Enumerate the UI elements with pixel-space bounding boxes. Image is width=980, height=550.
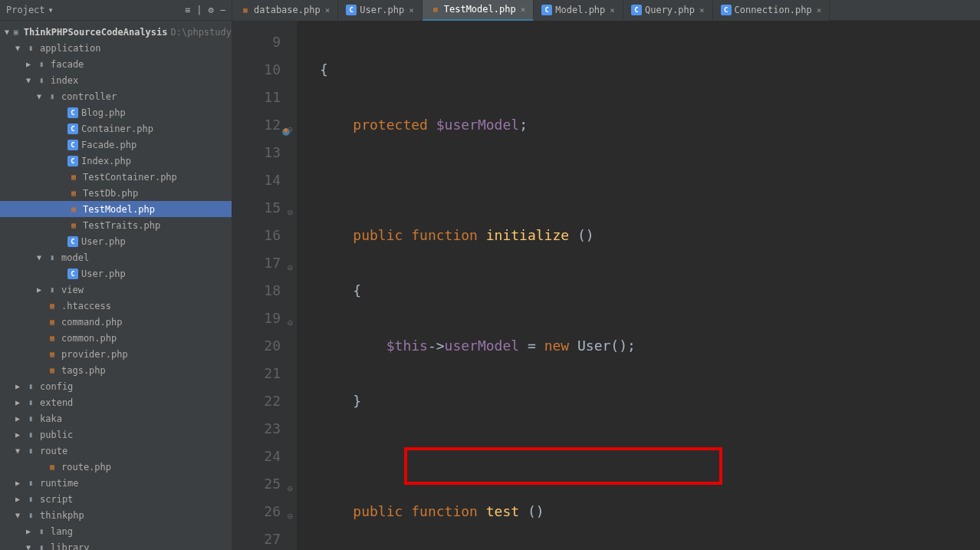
- tree-item-common-php[interactable]: ▦common.php: [0, 330, 232, 346]
- tree-item-label: tags.php: [61, 365, 106, 376]
- tree-item-label: facade: [51, 59, 84, 70]
- tree-item-testmodel-php[interactable]: ▦TestModel.php: [0, 201, 232, 217]
- folder-icon: ▮: [25, 429, 37, 441]
- chevron-icon: ▶: [15, 495, 25, 503]
- folder-icon: ▮: [25, 509, 37, 522]
- function-name: test: [486, 503, 519, 519]
- tab-label: Connection.php: [735, 5, 812, 15]
- tree-item-provider-php[interactable]: ▦provider.php: [0, 346, 232, 362]
- tree-item-extend[interactable]: ▶▮extend: [0, 394, 232, 410]
- tree-item-index-php[interactable]: CIndex.php: [0, 153, 232, 169]
- close-icon[interactable]: ×: [699, 5, 705, 15]
- tree-item-testtraits-php[interactable]: ▦TestTraits.php: [0, 217, 232, 233]
- tree-item-label: route: [40, 446, 67, 456]
- folder-icon: ▮: [35, 542, 48, 551]
- tree-item-route-php[interactable]: ▦route.php: [0, 459, 232, 475]
- file-icon: ▦: [240, 5, 251, 15]
- line-number: 11: [264, 89, 281, 105]
- close-icon[interactable]: ×: [817, 5, 822, 15]
- tree-item-kaka[interactable]: ▶▮kaka: [0, 410, 232, 426]
- line-number: 12: [264, 117, 281, 133]
- chevron-icon: ▼: [15, 44, 25, 52]
- project-label: Project: [6, 5, 45, 15]
- tree-item-container-php[interactable]: CContainer.php: [0, 120, 232, 137]
- this-variable: $this: [386, 338, 428, 354]
- tree-item-config[interactable]: ▶▮config: [0, 378, 232, 394]
- tree-item-facade[interactable]: ▶▮facade: [0, 56, 232, 72]
- tab-connection-php[interactable]: CConnection.php×: [713, 0, 830, 21]
- tree-item-tags-php[interactable]: ▦tags.php: [0, 362, 232, 378]
- folder-icon: ▮: [25, 445, 37, 457]
- code-area[interactable]: { protected $userModel; public function …: [297, 21, 980, 550]
- fold-icon[interactable]: ⊖: [288, 116, 293, 143]
- tab-user-php[interactable]: CUser.php×: [338, 0, 422, 21]
- tree-item-label: Index.php: [81, 156, 131, 166]
- php-class-icon: C: [67, 236, 78, 247]
- project-tree[interactable]: ▼ ▣ ThinkPHPSourceCodeAnalysis D:\phpstu…: [0, 21, 232, 550]
- tree-item-application[interactable]: ▼▮application: [0, 40, 232, 56]
- tree-item-command-php[interactable]: ▦command.php: [0, 314, 232, 330]
- line-number: 13: [264, 144, 281, 160]
- line-number: 14: [264, 172, 281, 188]
- php-file-icon: ▦: [46, 316, 58, 328]
- tree-item-thinkphp[interactable]: ▼▮thinkphp: [0, 507, 232, 523]
- tree-item-lang[interactable]: ▶▮lang: [0, 523, 232, 539]
- tree-item-library[interactable]: ▼▮library: [0, 539, 232, 550]
- tree-item-model[interactable]: ▼▮model: [0, 249, 232, 265]
- tree-item-label: User.php: [81, 268, 126, 279]
- line-number: 19: [264, 310, 281, 326]
- tree-item-blog-php[interactable]: CBlog.php: [0, 104, 232, 120]
- tree-item-label: Facade.php: [81, 140, 136, 150]
- close-icon[interactable]: ×: [521, 5, 526, 15]
- gear-icon[interactable]: ⚙: [209, 5, 214, 15]
- tree-item-testdb-php[interactable]: ▦TestDb.php: [0, 185, 232, 201]
- tree-item-user-php[interactable]: CUser.php: [0, 233, 232, 249]
- code-editor[interactable]: 9 10 11 12⊖ 13 14 15⊖ 16 17⊖ 18 19⊖ 20 2…: [232, 21, 980, 550]
- close-icon[interactable]: ×: [409, 5, 414, 15]
- tree-item-testcontainer-php[interactable]: ▦TestContainer.php: [0, 169, 232, 185]
- tree-item-index[interactable]: ▼▮index: [0, 72, 232, 88]
- fold-icon[interactable]: ⊖: [288, 254, 293, 282]
- sliders-icon[interactable]: ≡: [185, 5, 190, 15]
- tree-item-route[interactable]: ▼▮route: [0, 443, 232, 459]
- tree-item--htaccess[interactable]: ▦.htaccess: [0, 298, 232, 314]
- hide-icon[interactable]: −: [220, 5, 225, 15]
- tree-item-controller[interactable]: ▼▮controller: [0, 88, 232, 104]
- tree-item-user-php[interactable]: CUser.php: [0, 265, 232, 282]
- close-icon[interactable]: ×: [610, 5, 615, 15]
- close-icon[interactable]: ×: [325, 5, 331, 15]
- tree-item-label: public: [40, 430, 73, 440]
- tab-model-php[interactable]: CModel.php×: [534, 0, 623, 21]
- tree-item-facade-php[interactable]: CFacade.php: [0, 137, 232, 153]
- line-number: 26: [264, 503, 281, 519]
- dropdown-icon[interactable]: ▾: [48, 5, 54, 15]
- fold-icon[interactable]: ⊖: [288, 309, 293, 337]
- php-file-icon: ▦: [67, 171, 80, 183]
- fold-icon[interactable]: ⊖: [288, 475, 293, 502]
- tab-database-php[interactable]: ▦database.php×: [232, 0, 338, 21]
- line-number: 24: [264, 448, 281, 464]
- chevron-icon: ▶: [15, 382, 25, 390]
- line-number: 20: [264, 338, 281, 354]
- tree-root[interactable]: ▼ ▣ ThinkPHPSourceCodeAnalysis D:\phpstu…: [0, 24, 232, 40]
- tree-item-label: runtime: [40, 478, 79, 489]
- fold-icon[interactable]: ⊖: [288, 502, 293, 530]
- tab-query-php[interactable]: CQuery.php×: [623, 0, 713, 21]
- line-number: 15: [264, 199, 281, 216]
- tree-item-public[interactable]: ▶▮public: [0, 426, 232, 443]
- folder-icon: ▮: [25, 380, 37, 393]
- tree-item-runtime[interactable]: ▶▮runtime: [0, 475, 232, 491]
- tree-item-label: controller: [61, 91, 117, 102]
- tree-item-view[interactable]: ▶▮view: [0, 282, 232, 298]
- tab-testmodel-php[interactable]: ▦TestModel.php×: [423, 0, 534, 21]
- folder-icon: ▮: [46, 284, 58, 296]
- brace: }: [353, 393, 361, 409]
- divider-icon: |: [196, 5, 202, 15]
- chevron-icon: ▼: [26, 76, 35, 84]
- sidebar-header: Project ▾ ≡ | ⚙ −: [0, 0, 232, 21]
- fold-icon[interactable]: ⊖: [288, 199, 293, 226]
- folder-icon: ▮: [35, 58, 48, 71]
- keyword: public function: [353, 503, 478, 519]
- tree-item-label: command.php: [61, 317, 122, 328]
- tree-item-script[interactable]: ▶▮script: [0, 491, 232, 507]
